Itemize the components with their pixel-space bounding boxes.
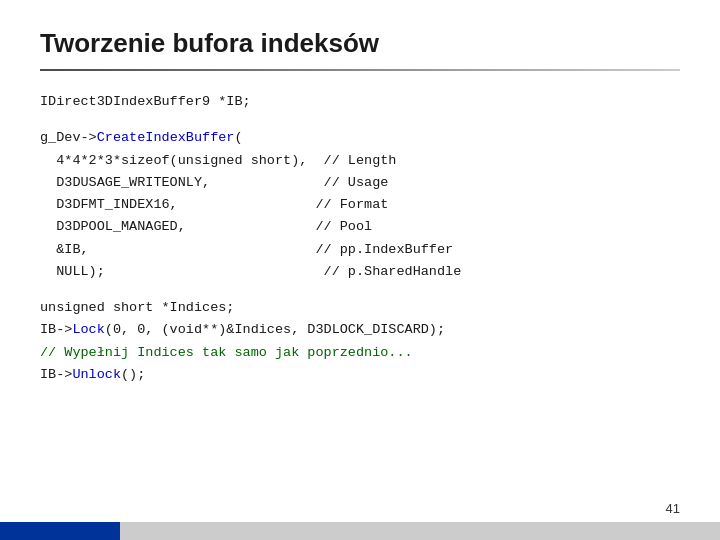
footer-bar: [0, 522, 720, 540]
code-line-9: NULL); // p.SharedHandle: [40, 261, 680, 283]
code-line-6: D3DFMT_INDEX16, // Format: [40, 194, 680, 216]
code-comment: // Format: [315, 194, 388, 216]
code-line-3: g_Dev->CreateIndexBuffer(: [40, 127, 680, 149]
footer-gray-section: [120, 522, 720, 540]
code-text: unsigned short *Indices;: [40, 297, 234, 319]
code-text: 4*4*2*3*sizeof(unsigned short),: [40, 150, 324, 172]
code-text: IDirect3DIndexBuffer9 *IB;: [40, 91, 251, 113]
gap1: [40, 113, 680, 127]
code-func: CreateIndexBuffer: [97, 127, 235, 149]
code-func: Unlock: [72, 364, 121, 386]
code-text: IB->: [40, 319, 72, 341]
code-line-1: IDirect3DIndexBuffer9 *IB;: [40, 91, 680, 113]
code-func: Lock: [72, 319, 104, 341]
code-comment: // Usage: [324, 172, 389, 194]
title-area: Tworzenie bufora indeksów: [0, 0, 720, 59]
code-text: D3DPOOL_MANAGED,: [40, 216, 315, 238]
code-text: (0, 0, (void**)&Indices, D3DLOCK_DISCARD…: [105, 319, 445, 341]
footer-blue-section: [0, 522, 120, 540]
code-line-14: IB->Unlock();: [40, 364, 680, 386]
code-comment: // Pool: [315, 216, 372, 238]
code-paren: (: [234, 127, 242, 149]
code-line-13: // Wypełnij Indices tak samo jak poprzed…: [40, 342, 680, 364]
code-text: ();: [121, 364, 145, 386]
code-line-7: D3DPOOL_MANAGED, // Pool: [40, 216, 680, 238]
slide-title: Tworzenie bufora indeksów: [40, 28, 680, 59]
code-text: g_Dev->: [40, 127, 97, 149]
code-comment-green: // Wypełnij Indices tak samo jak poprzed…: [40, 342, 413, 364]
code-comment: // pp.IndexBuffer: [315, 239, 453, 261]
slide: Tworzenie bufora indeksów IDirect3DIndex…: [0, 0, 720, 540]
code-line-12: IB->Lock(0, 0, (void**)&Indices, D3DLOCK…: [40, 319, 680, 341]
gap2: [40, 283, 680, 297]
code-line-8: &IB, // pp.IndexBuffer: [40, 239, 680, 261]
code-line-4: 4*4*2*3*sizeof(unsigned short), // Lengt…: [40, 150, 680, 172]
code-text: D3DUSAGE_WRITEONLY,: [40, 172, 324, 194]
page-number: 41: [666, 501, 680, 516]
code-comment: // Length: [324, 150, 397, 172]
code-text: &IB,: [40, 239, 315, 261]
code-text: D3DFMT_INDEX16,: [40, 194, 315, 216]
code-text: IB->: [40, 364, 72, 386]
code-line-5: D3DUSAGE_WRITEONLY, // Usage: [40, 172, 680, 194]
code-text: NULL);: [40, 261, 324, 283]
code-content: IDirect3DIndexBuffer9 *IB; g_Dev->Create…: [0, 71, 720, 386]
code-comment: // p.SharedHandle: [324, 261, 462, 283]
code-line-11: unsigned short *Indices;: [40, 297, 680, 319]
